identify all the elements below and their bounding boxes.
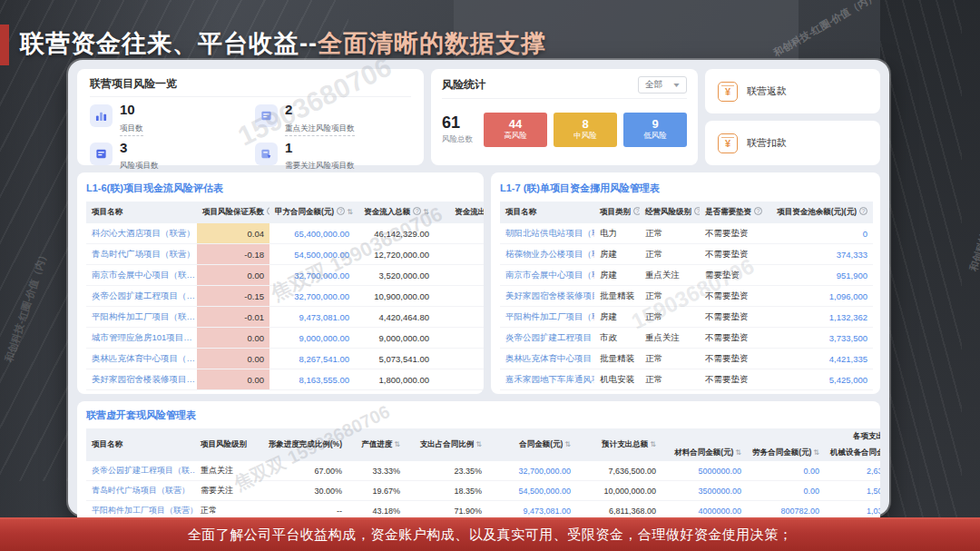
amount-link[interactable]: 32,700,000.00	[487, 461, 576, 481]
cell: 9,000,000.00	[355, 328, 435, 349]
amount-link[interactable]: 3500000.00	[662, 481, 747, 501]
amount-link[interactable]: 4,421,335	[769, 349, 873, 369]
column-header: 项目类别	[594, 202, 640, 223]
bar-chart-icon	[90, 104, 113, 127]
amount-link[interactable]: 0	[769, 223, 873, 244]
stat-value: 2	[285, 103, 355, 118]
project-link[interactable]: 城市管理应急房101项目…	[86, 328, 197, 349]
column-header[interactable]: 劳务合同金额(元)⇅	[747, 445, 825, 461]
column-header[interactable]: 合同金额(元)⇅	[487, 428, 576, 461]
column-header[interactable]: 机械设备合同金额(元)⇅	[825, 445, 880, 461]
column-header[interactable]: 支出占合同比例⇅	[406, 428, 487, 461]
bottom-row: 联营虚开套现风险管理表 项目名称项目风险级别形象进度完成比例(%)产值进度⇅支出…	[77, 401, 880, 526]
amount-link[interactable]: 32,700,000.00	[270, 286, 355, 307]
amount-link[interactable]: 5000000.00	[662, 461, 747, 481]
cell: 不需要垫资	[700, 307, 769, 328]
cell: 3,295	[435, 307, 484, 328]
cell: 正常	[640, 349, 700, 369]
project-link[interactable]: 平阳构件加工厂项目（联…	[86, 307, 197, 328]
risk-document-icon	[90, 143, 113, 165]
project-link[interactable]: 美好家园宿舍楼装修项目…	[500, 286, 594, 307]
cell: 5,073,541.00	[355, 349, 435, 369]
project-link[interactable]: 朝阳北站供电站项目（联…	[500, 223, 594, 244]
project-link[interactable]: 嘉禾家园地下车库通风项…	[500, 369, 594, 390]
amount-link[interactable]: 32,700,000.00	[270, 265, 355, 286]
badge-label: 中风险	[573, 131, 597, 142]
column-header[interactable]: 预计支出总额⇅	[576, 428, 662, 461]
project-link[interactable]: 美好家园宿舍楼装修项目…	[86, 369, 197, 390]
joint-deduction-action[interactable]: ¥ 联营扣款	[705, 121, 880, 165]
amount-link[interactable]: 374,333	[769, 244, 873, 265]
cell: 18.35%	[406, 481, 487, 501]
action-label: 联营返款	[747, 84, 787, 98]
amount-link[interactable]: 0.00	[747, 481, 825, 501]
column-header: 项目资金池余额(元)(元)	[769, 202, 873, 223]
project-link[interactable]: 炎帝公园扩建工程项目（联…	[86, 461, 195, 481]
amount-link[interactable]: 1,096,000	[769, 286, 873, 307]
amount-link[interactable]: 5,425,000	[769, 369, 873, 390]
table-row: 炎帝公园扩建工程项目（联…重点关注67.00%33.33%23.35%32,70…	[86, 461, 880, 481]
cell: 67.00%	[255, 461, 348, 481]
column-header: 项目名称	[86, 202, 197, 223]
background-building-right-lines	[880, 0, 962, 551]
cell: 19.67%	[348, 481, 406, 501]
project-link[interactable]: 南京市会展中心项目（联…	[86, 265, 197, 286]
project-link[interactable]: 楉葆物业办公楼项目（联…	[500, 244, 594, 265]
amount-link[interactable]: 8,267,541.00	[270, 349, 355, 369]
column-header: 项目名称	[500, 202, 594, 223]
cell: 不需要垫资	[700, 369, 769, 390]
amount-link[interactable]: 9,000,000.00	[270, 328, 355, 349]
column-header[interactable]: 资金流出总额⇅	[435, 202, 484, 223]
help-icon	[267, 207, 270, 215]
amount-link[interactable]: 1,500,000	[825, 481, 880, 501]
joint-refund-action[interactable]: ¥ 联营返款	[705, 69, 880, 113]
sort-icon[interactable]: ⇅	[475, 440, 482, 448]
risk-stats-header: 风险统计 全部 ▼	[442, 76, 687, 99]
table-row: 平阳构件加工厂项目（联…-0.019,473,081.004,420,464.8…	[86, 307, 484, 328]
table-row: 炎帝公园扩建工程项目（…市政重点关注不需要垫资3,733,500	[500, 328, 873, 349]
column-header[interactable]: 资金流入总额⇅	[355, 202, 435, 223]
project-link[interactable]: 青岛时代广场项目（联营）	[86, 244, 197, 265]
risk-overview-header: 联营项目风险一览	[90, 76, 411, 97]
occupation-table-card: L1-7 (联)单项目资金挪用风险管理表 项目名称项目类别经营风险级别是否需要垫…	[491, 172, 880, 394]
project-link[interactable]: 炎帝公园扩建工程项目（…	[500, 328, 594, 349]
project-link[interactable]: 科尔沁大酒店项目（联营）	[86, 223, 197, 244]
project-link[interactable]: 炎帝公园扩建工程项目（…	[86, 286, 197, 307]
amount-link[interactable]: 54,500,000.00	[487, 481, 576, 501]
sort-icon[interactable]: ⇅	[735, 448, 741, 457]
amount-link[interactable]: 3,733,500	[769, 328, 873, 349]
sort-icon[interactable]: ⇅	[813, 448, 819, 457]
amount-link[interactable]: 2,630,000	[825, 461, 880, 481]
sort-icon[interactable]: ⇅	[347, 208, 353, 216]
risk-filter-select[interactable]: 全部 ▼	[638, 76, 687, 93]
amount-link[interactable]: 9,473,081.00	[270, 307, 355, 328]
project-link[interactable]: 南京市会展中心项目（联…	[500, 265, 594, 286]
sort-icon[interactable]: ⇅	[423, 208, 429, 216]
cell: 12,771	[435, 223, 484, 244]
red-packet-icon: ¥	[718, 82, 738, 102]
cell: 23.35%	[406, 461, 487, 481]
stat-label: 重点关注风险项目数	[285, 123, 355, 136]
badge-value: 8	[582, 118, 588, 132]
column-header[interactable]: 产值进度⇅	[348, 428, 406, 461]
amount-link[interactable]: 0.00	[747, 461, 825, 481]
amount-link[interactable]: 951,900	[769, 265, 873, 286]
risk-total: 61 风险总数	[442, 114, 473, 146]
column-header[interactable]: 材料合同金额(元)⇅	[662, 445, 747, 461]
amount-link[interactable]: 1,132,362	[769, 307, 873, 328]
amount-link[interactable]: 8,163,555.00	[270, 369, 355, 390]
amount-link[interactable]: 65,400,000.00	[270, 223, 355, 244]
project-link[interactable]: 青岛时代广场项目（联营）	[86, 481, 195, 501]
column-header[interactable]: 项目风险保证系数⇅	[197, 202, 270, 223]
column-header[interactable]: 甲方合同金额(元)⇅	[270, 202, 355, 223]
amount-link[interactable]: 54,500,000.00	[270, 244, 355, 265]
table-row: 南京市会展中心项目（联…0.0032,700,000.003,520,000.0…	[86, 265, 484, 286]
project-link[interactable]: 平阳构件加工厂项目（联…	[500, 307, 594, 328]
sort-icon[interactable]: ⇅	[650, 440, 656, 448]
sort-icon[interactable]: ⇅	[394, 440, 400, 448]
mid-risk-badge: 8 中风险	[554, 113, 617, 147]
project-link[interactable]: 奥林匹克体育中心项目（…	[500, 349, 594, 369]
risk-stats-body: 61 风险总数 44 高风险 8 中风险 9	[442, 113, 687, 147]
project-link[interactable]: 奥林匹克体育中心项目（…	[86, 349, 197, 369]
sort-icon[interactable]: ⇅	[564, 440, 571, 448]
